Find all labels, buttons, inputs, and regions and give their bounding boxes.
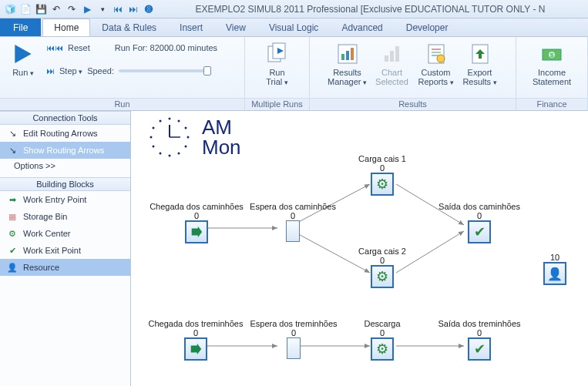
node-carga2[interactable]: Carga cais 2 0 ⚙ xyxy=(351,247,413,288)
clock-ampm: AM xyxy=(202,117,241,137)
tab-visual[interactable]: Visual Logic xyxy=(257,18,331,36)
node-espera-caminhoes[interactable]: Espera dos caminhões 0 xyxy=(247,202,339,242)
tool-show-routing[interactable]: ↘Show Routing Arrows xyxy=(0,142,130,159)
clock-day: Mon xyxy=(202,137,241,157)
storage-icon: ▦ xyxy=(6,210,18,223)
tool-entry[interactable]: ➡Work Entry Point xyxy=(0,191,130,208)
routing-show-icon: ↘ xyxy=(6,144,18,156)
speed-label: Speed: xyxy=(87,66,114,76)
qat-undo-icon[interactable]: ↶ xyxy=(49,2,63,16)
rewind-icon: ⏮⏮ xyxy=(46,43,63,52)
qat-first-icon[interactable]: ⏮ xyxy=(111,2,125,16)
tab-home[interactable]: Home xyxy=(42,18,90,36)
svg-marker-0 xyxy=(15,45,31,63)
tab-developer[interactable]: Developer xyxy=(395,18,460,36)
panel-building: Building Blocks xyxy=(0,177,130,191)
qat-new-icon[interactable]: 📄 xyxy=(18,2,32,16)
export-icon xyxy=(468,42,492,66)
group-label-finance: Finance xyxy=(516,98,587,110)
person-icon: 👤 xyxy=(543,262,566,285)
gear-icon: ⚙ xyxy=(6,227,18,240)
svg-rect-9 xyxy=(390,51,394,62)
node-resource[interactable]: 10 👤 xyxy=(539,253,570,285)
ribbon: Run ⏮⏮ Reset Run For: 82000.00 minutes ⏭… xyxy=(0,37,588,111)
node-chegada-treminhoes[interactable]: Chegada dos treminhões 0 xyxy=(143,319,248,361)
routing-icon: ↘ xyxy=(6,127,18,139)
svg-point-26 xyxy=(178,153,180,155)
svg-rect-7 xyxy=(351,48,354,60)
step-icon: ⏭ xyxy=(46,66,55,76)
tool-storage[interactable]: ▦Storage Bin xyxy=(0,208,130,225)
svg-point-29 xyxy=(153,146,155,148)
runfor-text: Run For: 82000.00 minutes xyxy=(115,43,217,52)
clock-face-icon xyxy=(146,114,193,160)
custom-reports-button[interactable]: Custom Reports xyxy=(415,40,457,86)
svg-point-15 xyxy=(437,55,445,62)
tool-options[interactable]: Options >> xyxy=(0,159,130,173)
step-button[interactable]: ⏭ Step xyxy=(46,66,82,76)
entry-icon xyxy=(184,337,207,361)
run-button[interactable]: Run xyxy=(6,40,40,77)
group-label-multiple: Multiple Runs xyxy=(245,98,309,110)
sidebar: Connection Tools ↘Edit Routing Arrows ↘S… xyxy=(0,111,131,386)
svg-rect-6 xyxy=(346,51,349,60)
svg-point-28 xyxy=(160,153,162,155)
svg-text:$: $ xyxy=(550,52,554,59)
export-results-button[interactable]: Export Results xyxy=(460,40,500,86)
tool-resource[interactable]: 👤Resource xyxy=(0,259,130,276)
entry-icon xyxy=(185,220,208,243)
queue-icon xyxy=(286,220,300,242)
svg-marker-43 xyxy=(192,227,203,237)
check-icon: ✔ xyxy=(6,244,18,257)
check-icon: ✔ xyxy=(468,337,491,361)
qat-save-icon[interactable]: 💾 xyxy=(34,2,48,16)
svg-point-32 xyxy=(160,120,162,123)
group-label-results: Results xyxy=(310,98,516,110)
node-saida-treminhoes[interactable]: Saída dos treminhões 0 ✔ xyxy=(433,319,526,361)
entry-icon: ➡ xyxy=(6,193,18,206)
play-icon xyxy=(11,42,35,66)
window-title: EXEMPLO2 SIMUL8 2011 Professional [Exclu… xyxy=(156,4,585,15)
svg-point-25 xyxy=(185,146,187,148)
income-statement-button[interactable]: $ Income Statement xyxy=(529,40,575,86)
node-carga1[interactable]: Carga cais 1 0 ⚙ xyxy=(351,154,413,196)
svg-point-22 xyxy=(178,120,180,123)
gear-icon: ⚙ xyxy=(371,337,394,361)
tab-advanced[interactable]: Advanced xyxy=(330,18,394,36)
tab-insert[interactable]: Insert xyxy=(168,18,214,36)
tab-data[interactable]: Data & Rules xyxy=(90,18,168,36)
group-label-run: Run xyxy=(0,98,244,110)
results-manager-button[interactable]: Results Manager xyxy=(326,40,369,86)
speed-slider[interactable] xyxy=(119,69,211,72)
node-saida-caminhoes[interactable]: Saída dos caminhões 0 ✔ xyxy=(433,202,526,243)
node-descarga[interactable]: Descarga 0 ⚙ xyxy=(359,319,405,361)
node-chegada-caminhoes[interactable]: Chegada dos caminhões 0 xyxy=(146,202,247,243)
qat-run-icon[interactable]: ▶ xyxy=(80,2,94,16)
chart-icon xyxy=(380,42,405,66)
qat-redo-icon[interactable]: ↷ xyxy=(65,2,79,16)
gear-icon: ⚙ xyxy=(371,173,394,196)
svg-rect-8 xyxy=(385,55,388,62)
tool-center[interactable]: ⚙Work Center xyxy=(0,225,130,242)
person-icon: 👤 xyxy=(6,261,18,274)
svg-point-21 xyxy=(169,118,171,120)
results-icon xyxy=(335,42,360,66)
tab-file[interactable]: File xyxy=(0,18,41,36)
queue-icon xyxy=(287,337,301,359)
svg-point-30 xyxy=(150,136,153,139)
qat-dropdown-icon[interactable]: ▾ xyxy=(96,2,109,16)
svg-rect-5 xyxy=(341,54,344,60)
node-espera-treminhoes[interactable]: Espera dos treminhões 0 xyxy=(245,319,342,359)
run-trial-button[interactable]: Run Trial xyxy=(254,40,301,86)
chart-selected-button[interactable]: Chart Selected xyxy=(372,40,412,86)
tab-view[interactable]: View xyxy=(214,18,257,36)
qat-app-icon[interactable]: 🧊 xyxy=(3,2,17,16)
qat-next-icon[interactable]: ⏭ xyxy=(126,2,140,16)
tool-edit-routing[interactable]: ↘Edit Routing Arrows xyxy=(0,125,130,142)
svg-rect-10 xyxy=(395,46,399,62)
simulation-canvas[interactable]: AM Mon Chegada dos caminhões 0 Espera do… xyxy=(131,111,588,386)
svg-point-31 xyxy=(153,127,155,129)
tool-exit[interactable]: ✔Work Exit Point xyxy=(0,242,130,259)
qat-8ball-icon[interactable]: ➑ xyxy=(142,2,156,16)
reset-button[interactable]: ⏮⏮ Reset xyxy=(46,43,90,52)
